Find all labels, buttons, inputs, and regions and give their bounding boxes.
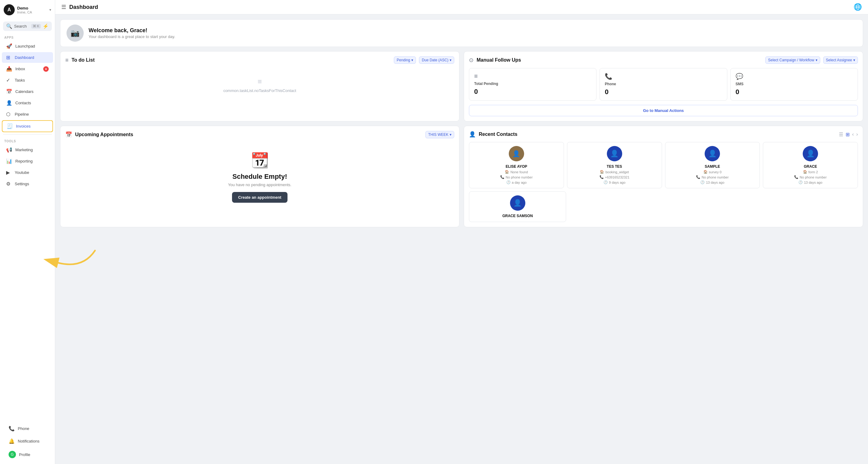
sidebar-item-label: Reporting	[15, 159, 32, 164]
contact-card[interactable]: 👤 GRACE 🏠 form 2 📞 No phone number 🕐	[763, 142, 858, 188]
sidebar-item-inbox[interactable]: 📥 Inbox ●	[2, 63, 53, 74]
inbox-icon: 📥	[6, 66, 12, 72]
sidebar-item-label: Youtube	[15, 170, 29, 175]
prev-icon[interactable]: ‹	[852, 132, 854, 137]
campaign-filter-label: Select Campaign / Workflow	[768, 58, 814, 62]
mfu-phone: 📞 Phone 0	[599, 68, 727, 100]
search-button[interactable]: 🔍 Search ⌘ K ⚡	[3, 22, 52, 31]
welcome-banner: 📷 Welcome back, Grace! Your dashboard is…	[60, 19, 863, 47]
sidebar-item-settings[interactable]: ⚙ Settings	[2, 178, 53, 189]
welcome-avatar: 📷	[66, 25, 84, 42]
contacts-second-row: 👤 GRACE SAMSON	[469, 191, 858, 222]
appointments-filter[interactable]: THIS WEEK ▾	[426, 131, 454, 138]
sidebar-item-label: Profile	[19, 452, 30, 457]
notifications-icon: 🔔	[8, 438, 15, 444]
contact-card[interactable]: 👤 TES TES 🏠 booking_widget 📞 +6391652323…	[567, 142, 662, 188]
globe-icon[interactable]: 🌐	[854, 3, 862, 11]
phone-icon: 📞	[794, 175, 799, 179]
sidebar-item-label: Marketing	[15, 147, 33, 152]
main-content: ☰ Dashboard 🌐 📷 Welcome back, Grace! You…	[55, 0, 868, 464]
contact-name: GRACE	[804, 164, 817, 169]
launchpad-icon: 🚀	[6, 43, 12, 49]
welcome-subtitle: Your dashboard is a great place to start…	[89, 34, 175, 39]
search-shortcut: ⌘ K	[31, 24, 41, 29]
marketing-icon: 📢	[6, 147, 12, 153]
sidebar-item-label: Invoices	[16, 124, 31, 128]
sidebar-item-reporting[interactable]: 📊 Reporting	[2, 156, 53, 167]
contact-name: GRACE SAMSON	[502, 214, 533, 218]
appointments-title: Upcoming Appointments	[75, 132, 422, 137]
appointments-header: 📅 Upcoming Appointments THIS WEEK ▾	[65, 131, 454, 138]
tools-section-label: Tools	[0, 137, 55, 144]
user-name: Demo	[17, 6, 47, 10]
contact-time: 🕐 13 days ago	[799, 180, 822, 184]
manual-followups-card: ⊙ Manual Follow Ups Select Campaign / Wo…	[464, 51, 863, 121]
contacts-view-controls: ☰ ⊞ ‹ ›	[839, 132, 858, 137]
sidebar-item-pipeline[interactable]: ⬡ Pipeline	[2, 109, 53, 120]
contact-card[interactable]: 👤 SAMPLE 🏠 survey 0 📞 No phone number	[665, 142, 760, 188]
sidebar-user-header[interactable]: A Demo Irvine, CA ▾	[0, 0, 55, 20]
list-icon: ≡	[474, 73, 591, 80]
user-location: Irvine, CA	[17, 10, 47, 14]
topbar: ☰ Dashboard 🌐	[55, 0, 868, 14]
sidebar-item-label: Launchpad	[15, 44, 35, 49]
todo-empty-message: common.taskList.noTasksForThisContact	[71, 88, 448, 93]
row-2: 📅 Upcoming Appointments THIS WEEK ▾ 📆 Sc…	[60, 126, 863, 227]
contact-avatar: 👤	[803, 146, 818, 161]
sidebar-item-label: Dashboard	[15, 55, 34, 60]
todo-status-filter[interactable]: Pending ▾	[394, 56, 416, 64]
clock-icon: 🕐	[506, 180, 510, 184]
sms-icon: 💬	[736, 73, 853, 80]
source-icon: 🏠	[704, 170, 708, 174]
sidebar-item-invoices[interactable]: 🧾 Invoices	[2, 120, 53, 132]
assignee-filter[interactable]: Select Assignee ▾	[823, 56, 858, 64]
contact-name: ELISE AYOP	[506, 164, 527, 169]
sidebar-item-launchpad[interactable]: 🚀 Launchpad	[2, 41, 53, 52]
todo-empty-state: ≡ common.taskList.noTasksForThisContact	[65, 68, 454, 102]
stat-value: 0	[605, 88, 722, 96]
phone-icon: 📞	[500, 175, 504, 179]
calendars-icon: 📅	[6, 89, 12, 94]
contacts-header: 👤 Recent Contacts ☰ ⊞ ‹ ›	[469, 131, 858, 138]
sidebar-item-profile[interactable]: G Profile	[4, 448, 51, 461]
campaign-filter[interactable]: Select Campaign / Workflow ▾	[765, 56, 820, 64]
sidebar-item-phone[interactable]: 📞 Phone	[4, 423, 51, 434]
todo-icon: ≡	[65, 57, 69, 63]
chevron-icon: ▾	[815, 58, 817, 62]
chevron-icon: ▾	[411, 58, 413, 62]
menu-icon[interactable]: ☰	[61, 4, 66, 10]
contact-card[interactable]: 👤 GRACE SAMSON	[469, 191, 566, 222]
grid-view-icon[interactable]: ⊞	[846, 132, 849, 137]
mfu-sms: 💬 SMS 0	[731, 68, 858, 100]
mfu-title: Manual Follow Ups	[476, 57, 762, 63]
create-appointment-button[interactable]: Create an appointment	[232, 192, 287, 203]
sidebar-item-contacts[interactable]: 👤 Contacts	[2, 97, 53, 108]
chevron-icon: ▾	[450, 58, 452, 62]
manual-actions-button[interactable]: Go to Manual Actions	[469, 105, 858, 116]
sidebar-item-marketing[interactable]: 📢 Marketing	[2, 144, 53, 155]
settings-icon: ⚙	[6, 181, 12, 187]
appointments-filter-label: THIS WEEK	[428, 133, 448, 137]
avatar: A	[4, 4, 15, 15]
sidebar-item-label: Calendars	[15, 89, 33, 94]
tasks-icon: ✓	[6, 77, 12, 83]
contact-time: 🕐 9 days ago	[603, 180, 626, 184]
phone-stat-icon: 📞	[605, 73, 722, 80]
sidebar-item-calendars[interactable]: 📅 Calendars	[2, 86, 53, 97]
todo-date-filter[interactable]: Due Date (ASC) ▾	[419, 56, 454, 64]
sidebar-item-tasks[interactable]: ✓ Tasks	[2, 75, 53, 86]
youtube-icon: ▶	[6, 170, 12, 175]
next-icon[interactable]: ›	[856, 132, 858, 137]
sidebar-item-dashboard[interactable]: ⊞ Dashboard	[2, 52, 53, 63]
list-view-icon[interactable]: ☰	[839, 132, 843, 137]
profile-icon: G	[8, 451, 16, 458]
content-area: 📷 Welcome back, Grace! Your dashboard is…	[55, 14, 868, 464]
contact-name: TES TES	[607, 164, 622, 169]
dashboard-icon: ⊞	[6, 55, 12, 60]
contact-card[interactable]: 👤 ELISE AYOP 🏠 None found 📞 No phone num…	[469, 142, 564, 188]
sidebar-item-youtube[interactable]: ▶ Youtube	[2, 167, 53, 178]
page-title: Dashboard	[69, 4, 98, 10]
appt-empty-title: Schedule Empty!	[71, 173, 448, 181]
sidebar-item-notifications[interactable]: 🔔 Notifications	[4, 436, 51, 446]
reporting-icon: 📊	[6, 158, 12, 164]
